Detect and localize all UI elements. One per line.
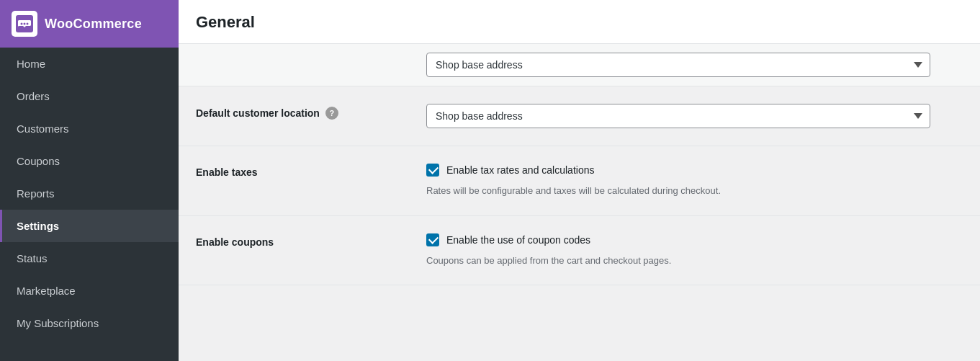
- svg-point-3: [27, 23, 29, 25]
- sidebar-item-home-label: Home: [17, 58, 45, 70]
- enable-taxes-label: Enable taxes: [196, 166, 258, 178]
- enable-taxes-control-col: Enable tax rates and calculations Rates …: [426, 164, 963, 198]
- sidebar-logo: WooCommerce: [0, 0, 179, 48]
- enable-coupons-help-text: Coupons can be applied from the cart and…: [426, 254, 963, 268]
- default-customer-location-select[interactable]: Shop base address Geolocate Geolocate (w…: [426, 104, 930, 128]
- default-customer-location-label: Default customer location: [196, 107, 320, 119]
- sidebar-item-marketplace-label: Marketplace: [17, 285, 76, 297]
- settings-row-enable-coupons: Enable coupons Enable the use of coupon …: [179, 216, 980, 286]
- enable-taxes-help-text: Rates will be configurable and taxes wil…: [426, 184, 963, 198]
- svg-point-2: [24, 23, 26, 25]
- sidebar-item-orders-label: Orders: [17, 90, 50, 102]
- sidebar-item-status[interactable]: Status: [0, 242, 179, 275]
- svg-point-1: [21, 23, 23, 25]
- sidebar-item-coupons-label: Coupons: [17, 155, 60, 167]
- sidebar-item-my-subscriptions[interactable]: My Subscriptions: [0, 307, 179, 339]
- default-customer-location-help-icon[interactable]: ?: [325, 107, 338, 120]
- sidebar-item-customers-label: Customers: [17, 122, 69, 135]
- sidebar: WooCommerce Home Orders Customers Coupon…: [0, 0, 179, 361]
- partial-row-control-col: Shop base address: [426, 53, 963, 77]
- default-customer-location-control-col: Shop base address Geolocate Geolocate (w…: [426, 104, 963, 128]
- sidebar-item-customers[interactable]: Customers: [0, 112, 179, 145]
- sidebar-item-settings[interactable]: Settings: [0, 210, 179, 242]
- sidebar-item-reports[interactable]: Reports: [0, 177, 179, 210]
- main-content: General Shop base address Default custom…: [179, 0, 980, 361]
- settings-row-enable-taxes: Enable taxes Enable tax rates and calcul…: [179, 146, 980, 216]
- sidebar-item-marketplace[interactable]: Marketplace: [0, 275, 179, 307]
- sidebar-item-home[interactable]: Home: [0, 48, 179, 80]
- sidebar-item-settings-label: Settings: [17, 220, 59, 232]
- woocommerce-logo-icon: [12, 11, 37, 37]
- enable-taxes-label-col: Enable taxes: [196, 164, 426, 178]
- sidebar-item-coupons[interactable]: Coupons: [0, 145, 179, 177]
- sidebar-item-status-label: Status: [17, 252, 48, 264]
- sidebar-item-orders[interactable]: Orders: [0, 80, 179, 112]
- enable-taxes-checkbox-row: Enable tax rates and calculations: [426, 164, 963, 177]
- enable-coupons-checkbox-row: Enable the use of coupon codes: [426, 233, 963, 246]
- enable-taxes-checkbox-label: Enable tax rates and calculations: [446, 164, 594, 176]
- sidebar-item-my-subscriptions-label: My Subscriptions: [17, 317, 99, 329]
- enable-coupons-checkbox-label: Enable the use of coupon codes: [446, 234, 590, 246]
- enable-coupons-checkbox[interactable]: [426, 233, 439, 246]
- partial-top-row: Shop base address: [179, 44, 980, 86]
- sidebar-logo-text: WooCommerce: [45, 17, 142, 32]
- enable-taxes-checkbox[interactable]: [426, 164, 439, 177]
- sidebar-item-reports-label: Reports: [17, 187, 55, 200]
- partial-select[interactable]: Shop base address: [426, 53, 930, 77]
- settings-row-default-customer-location: Default customer location ? Shop base ad…: [179, 86, 980, 146]
- default-customer-location-label-col: Default customer location ?: [196, 104, 426, 120]
- enable-coupons-label: Enable coupons: [196, 236, 274, 248]
- page-title: General: [196, 13, 963, 32]
- settings-body: Shop base address Default customer locat…: [179, 44, 980, 361]
- enable-coupons-label-col: Enable coupons: [196, 233, 426, 248]
- sidebar-navigation: Home Orders Customers Coupons Reports Se…: [0, 48, 179, 361]
- enable-coupons-control-col: Enable the use of coupon codes Coupons c…: [426, 233, 963, 268]
- page-header: General: [179, 0, 980, 44]
